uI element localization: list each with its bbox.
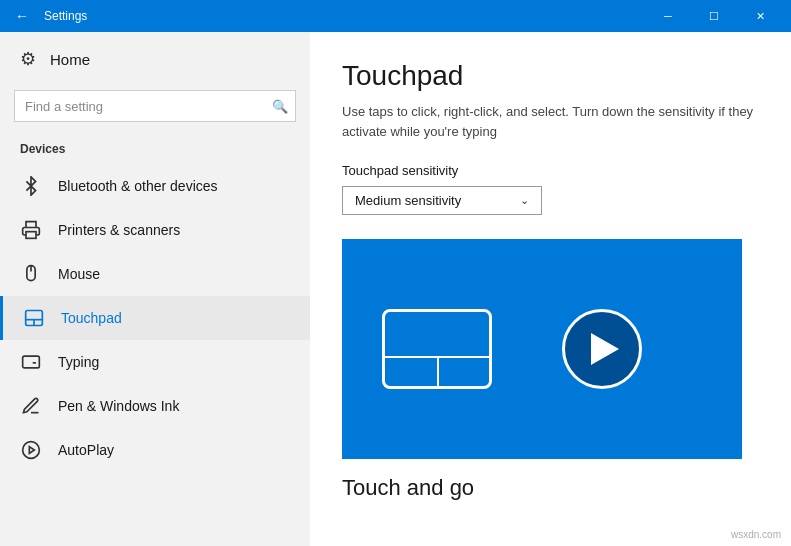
sidebar-item-home[interactable]: ⚙ Home: [0, 32, 310, 86]
svg-point-14: [23, 442, 40, 459]
video-section-title: Touch and go: [342, 475, 759, 501]
play-icon: [591, 333, 619, 365]
sidebar-item-printers[interactable]: Printers & scanners: [0, 208, 310, 252]
sidebar-item-pen-label: Pen & Windows Ink: [58, 398, 179, 414]
main-layout: ⚙ Home 🔍 Devices Bluetooth & other devic…: [0, 32, 791, 546]
typing-icon: [20, 352, 42, 372]
watermark: wsxdn.com: [731, 529, 781, 540]
back-button[interactable]: ←: [8, 2, 36, 30]
minimize-button[interactable]: ─: [645, 0, 691, 32]
sidebar-item-typing[interactable]: Typing: [0, 340, 310, 384]
maximize-button[interactable]: ☐: [691, 0, 737, 32]
close-button[interactable]: ✕: [737, 0, 783, 32]
video-thumbnail[interactable]: [342, 239, 742, 459]
minimize-icon: ─: [664, 10, 672, 22]
content-area: Touchpad Use taps to click, right-click,…: [310, 32, 791, 546]
touchpad-graphic: [382, 309, 492, 389]
sidebar-item-mouse[interactable]: Mouse: [0, 252, 310, 296]
sidebar-item-bluetooth-label: Bluetooth & other devices: [58, 178, 218, 194]
sensitivity-label: Touchpad sensitivity: [342, 163, 759, 178]
chevron-down-icon: ⌄: [520, 194, 529, 207]
sidebar-item-pen[interactable]: Pen & Windows Ink: [0, 384, 310, 428]
window-controls: ─ ☐ ✕: [645, 0, 783, 32]
pen-icon: [20, 396, 42, 416]
back-icon: ←: [15, 8, 29, 24]
svg-marker-15: [29, 447, 34, 454]
sensitivity-value: Medium sensitivity: [355, 193, 461, 208]
search-icon: 🔍: [272, 99, 288, 114]
play-button[interactable]: [562, 309, 642, 389]
svg-rect-6: [23, 356, 40, 368]
search-input[interactable]: [14, 90, 296, 122]
sidebar: ⚙ Home 🔍 Devices Bluetooth & other devic…: [0, 32, 310, 546]
svg-rect-0: [26, 232, 36, 239]
sensitivity-dropdown[interactable]: Medium sensitivity ⌄: [342, 186, 542, 215]
touchpad-icon: [23, 308, 45, 328]
printer-icon: [20, 220, 42, 240]
touchpad-divider-v: [437, 358, 439, 386]
sidebar-item-typing-label: Typing: [58, 354, 99, 370]
home-icon: ⚙: [20, 48, 36, 70]
title-bar-title: Settings: [44, 9, 645, 23]
title-bar: ← Settings ─ ☐ ✕: [0, 0, 791, 32]
page-title: Touchpad: [342, 60, 759, 92]
sidebar-item-touchpad[interactable]: Touchpad: [0, 296, 310, 340]
search-box[interactable]: 🔍: [14, 90, 296, 122]
sidebar-item-touchpad-label: Touchpad: [61, 310, 122, 326]
touchpad-outline-shape: [382, 309, 492, 389]
sidebar-item-printers-label: Printers & scanners: [58, 222, 180, 238]
sidebar-section-devices: Devices: [0, 138, 310, 164]
home-label: Home: [50, 51, 90, 68]
sidebar-item-autoplay[interactable]: AutoPlay: [0, 428, 310, 472]
sidebar-item-mouse-label: Mouse: [58, 266, 100, 282]
maximize-icon: ☐: [709, 10, 719, 23]
close-icon: ✕: [756, 10, 765, 23]
sidebar-item-autoplay-label: AutoPlay: [58, 442, 114, 458]
bluetooth-icon: [20, 176, 42, 196]
mouse-icon: [20, 264, 42, 284]
autoplay-icon: [20, 440, 42, 460]
sidebar-item-bluetooth[interactable]: Bluetooth & other devices: [0, 164, 310, 208]
page-description: Use taps to click, right-click, and sele…: [342, 102, 759, 141]
